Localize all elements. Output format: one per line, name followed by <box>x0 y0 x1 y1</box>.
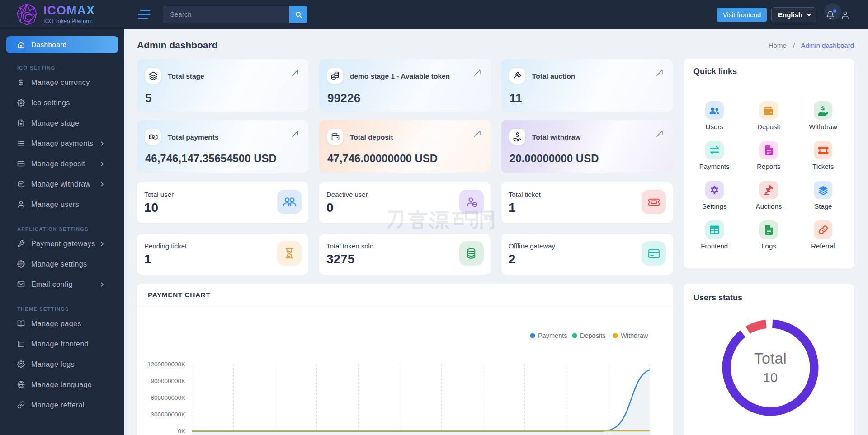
svg-text:600000000K: 600000000K <box>151 394 185 401</box>
svg-text:1200000000K: 1200000000K <box>147 361 185 368</box>
svg-text:0K: 0K <box>178 428 185 435</box>
svg-text:Payments: Payments <box>538 332 567 339</box>
svg-text:10: 10 <box>763 370 778 385</box>
svg-text:900000000K: 900000000K <box>151 378 185 384</box>
svg-text:300000000K: 300000000K <box>151 411 185 418</box>
svg-text:Withdraw: Withdraw <box>621 332 648 339</box>
svg-text:Deposits: Deposits <box>580 332 605 339</box>
svg-text:Total: Total <box>754 350 787 367</box>
